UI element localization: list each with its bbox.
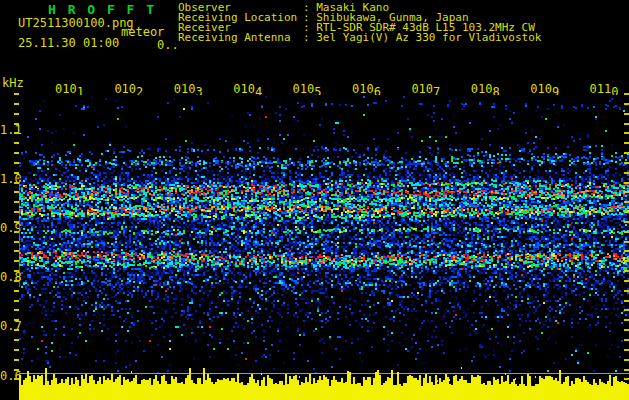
freq-tick [624,319,629,321]
freq-tick [624,142,629,144]
header-value: : 3el Yagi(V) Az 330 for Vladivostok [303,31,541,44]
time-label: 0107 [411,82,440,95]
meteor-label: meteor [121,25,164,39]
freq-tick [624,191,629,193]
filename-label: UT2511300100.png [18,16,134,30]
freq-tick [624,211,629,213]
freq-tick [624,162,629,164]
spectrogram-canvas [19,96,629,373]
freq-tick [624,369,629,371]
freq-tick [624,231,629,233]
freq-tick [624,123,629,125]
freq-tick [624,201,629,203]
freq-tick [624,290,629,292]
time-label: 0101 [55,82,84,95]
time-label: 0103 [174,82,203,95]
time-label: 0102 [114,82,143,95]
time-axis: 0101010201030104010501060107010801090110 [0,81,629,95]
freq-tick [624,132,629,134]
header-key: Receiving Antenna [178,33,303,43]
freq-tick [624,260,629,262]
level-meter-canvas [19,362,629,400]
station-info-block: Observer: Masaki KanoReceiving Location:… [178,3,541,43]
freq-tick [624,172,629,174]
datetime-label: 25.11.30 01:00 [18,36,119,50]
freq-tick [624,280,629,282]
freq-tick [624,300,629,302]
freq-tick [624,378,629,380]
time-label: 0109 [530,82,559,95]
freq-tick [624,182,629,184]
header-row: Receiving Antenna: 3el Yagi(V) Az 330 fo… [178,33,541,43]
freq-tick [624,103,629,105]
freq-tick [624,329,629,331]
hrofft-output: H R O F F T UT2511300100.png meteor 25.1… [0,0,629,400]
time-label: 0106 [352,82,381,95]
freq-tick [624,309,629,311]
freq-tick [624,270,629,272]
freq-tick [624,339,629,341]
freq-tick [624,241,629,243]
app-title: H R O F F T [48,2,156,17]
freq-tick [624,221,629,223]
freq-tick [624,359,629,361]
freq-tick [624,152,629,154]
time-label: 0105 [293,82,322,95]
freq-tick [624,250,629,252]
time-label: 0110 [590,82,619,95]
time-label: 0104 [233,82,262,95]
time-label: 0108 [471,82,500,95]
datetime-extra-label: 0.. [157,38,179,52]
freq-tick [624,349,629,351]
freq-tick [624,113,629,115]
freq-tick [14,93,19,95]
freq-tick [624,93,629,95]
